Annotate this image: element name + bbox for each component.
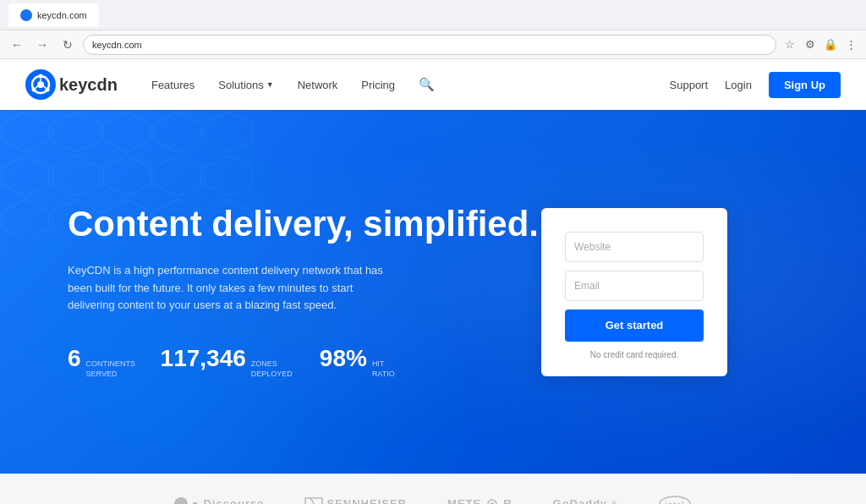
browser-toolbar: ← → ↻ keycdn.com ☆ ⚙ 🔒 ⋮ bbox=[0, 30, 866, 59]
address-bar[interactable]: keycdn.com bbox=[83, 35, 776, 55]
nav-features[interactable]: Features bbox=[151, 79, 195, 91]
brand-intel: intel bbox=[658, 496, 692, 505]
meteor-icon bbox=[486, 498, 498, 505]
stat-continents: 6 CONTINENTSSERVED bbox=[68, 345, 134, 379]
back-button[interactable]: ← bbox=[7, 35, 27, 55]
hero-description: KeyCDN is a high performance content del… bbox=[68, 262, 389, 315]
hero-title: Content delivery, simplified. bbox=[68, 204, 541, 244]
nav-logo[interactable]: keycdn bbox=[25, 69, 118, 100]
brand-godaddy: GoDaddy ® bbox=[553, 497, 618, 504]
brand-godaddy-label: GoDaddy bbox=[553, 497, 608, 504]
extensions-icon[interactable]: ⚙ bbox=[802, 36, 819, 53]
nav-pricing[interactable]: Pricing bbox=[361, 79, 395, 91]
hero-form-card: Get started No credit card required. bbox=[541, 208, 727, 376]
brand-sennheiser: SENNHEISER bbox=[304, 497, 407, 505]
nav-links: Features Solutions ▼ Network Pricing 🔍 bbox=[151, 77, 670, 92]
website-input[interactable] bbox=[565, 232, 704, 262]
brand-meteor-label: METE bbox=[447, 497, 481, 504]
shield-icon: 🔒 bbox=[822, 36, 839, 53]
stat-zones-number: 117,346 bbox=[161, 345, 246, 372]
chevron-down-icon: ▼ bbox=[266, 80, 274, 89]
stat-zones: 117,346 ZONESDEPLOYED bbox=[161, 345, 293, 379]
email-input[interactable] bbox=[565, 271, 704, 301]
forward-button[interactable]: → bbox=[32, 35, 52, 55]
menu-icon[interactable]: ⋮ bbox=[842, 36, 859, 53]
hero-stats: 6 CONTINENTSSERVED 117,346 ZONESDEPLOYED… bbox=[68, 345, 541, 379]
browser-tab[interactable]: keycdn.com bbox=[8, 3, 99, 27]
page: keycdn Features Solutions ▼ Network Pric… bbox=[0, 59, 866, 504]
intel-badge-icon: intel bbox=[658, 496, 692, 505]
hero-section: Content delivery, simplified. KeyCDN is … bbox=[0, 110, 866, 474]
brand-meteor-label2: R bbox=[503, 497, 512, 504]
brand-discourse: ● Discourse bbox=[174, 497, 265, 505]
stat-continents-label: CONTINENTSSERVED bbox=[86, 359, 134, 379]
get-started-button[interactable]: Get started bbox=[565, 310, 704, 342]
sennheiser-icon bbox=[304, 497, 323, 505]
svg-point-2 bbox=[37, 81, 44, 88]
stat-hit: 98% HITRATIO bbox=[320, 345, 395, 379]
reload-button[interactable]: ↻ bbox=[58, 35, 78, 55]
stat-zones-label: ZONESDEPLOYED bbox=[251, 359, 293, 379]
brand-discourse-label: Discourse bbox=[204, 497, 265, 504]
search-icon[interactable]: 🔍 bbox=[419, 77, 435, 92]
logo-icon bbox=[25, 69, 56, 100]
stat-continents-number: 6 bbox=[68, 345, 81, 372]
tab-favicon bbox=[20, 9, 32, 21]
stat-hit-label: HITRATIO bbox=[372, 359, 395, 379]
hero-content: Content delivery, simplified. KeyCDN is … bbox=[68, 204, 541, 379]
svg-point-4 bbox=[46, 88, 50, 92]
nav-network[interactable]: Network bbox=[298, 79, 338, 91]
nav-login[interactable]: Login bbox=[725, 79, 752, 91]
stat-hit-number: 98% bbox=[320, 345, 367, 372]
signup-button[interactable]: Sign Up bbox=[769, 72, 841, 98]
svg-text:intel: intel bbox=[665, 501, 685, 505]
url-text: keycdn.com bbox=[92, 40, 142, 50]
logo-text: keycdn bbox=[59, 75, 118, 95]
brand-sennheiser-label: SENNHEISER bbox=[326, 497, 407, 504]
bookmark-icon[interactable]: ☆ bbox=[781, 36, 798, 53]
toolbar-icons: ☆ ⚙ 🔒 ⋮ bbox=[781, 36, 859, 53]
svg-point-3 bbox=[39, 74, 43, 79]
form-note: No credit card required. bbox=[565, 350, 704, 359]
brand-meteor: METE R bbox=[447, 497, 512, 504]
nav-support[interactable]: Support bbox=[670, 79, 709, 91]
navbar: keycdn Features Solutions ▼ Network Pric… bbox=[0, 59, 866, 110]
nav-solutions[interactable]: Solutions ▼ bbox=[218, 79, 273, 91]
browser-chrome: keycdn.com bbox=[0, 0, 866, 30]
svg-point-5 bbox=[32, 88, 36, 92]
nav-right: Support Login Sign Up bbox=[670, 72, 841, 98]
tab-label: keycdn.com bbox=[37, 10, 87, 20]
brands-bar: ● Discourse SENNHEISER METE R GoDaddy ® bbox=[0, 474, 866, 504]
